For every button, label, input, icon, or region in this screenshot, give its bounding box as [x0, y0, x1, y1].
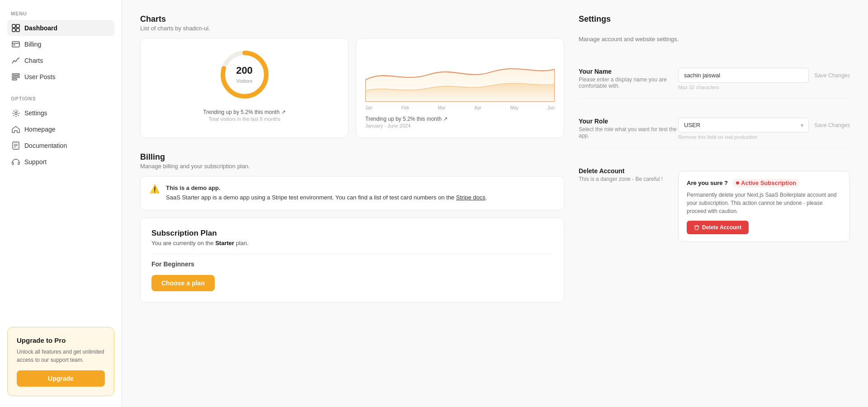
plan-name: Starter: [215, 240, 234, 246]
upgrade-title: Upgrade to Pro: [17, 336, 105, 344]
plan-desc-prefix: You are currently on the: [151, 240, 215, 246]
x-label-jan: Jan: [365, 105, 373, 110]
demo-desc: SaaS Starter app is a demo app using a S…: [166, 194, 454, 201]
sidebar-item-user-posts-label: User Posts: [24, 73, 55, 80]
settings-title: Settings: [579, 14, 850, 24]
homepage-icon: [12, 125, 20, 133]
demo-notice-text: This is a demo app. SaaS Starter app is …: [166, 184, 487, 203]
sidebar-item-settings[interactable]: Settings: [7, 105, 114, 121]
settings-subtitle: Manage account and website settings.: [579, 36, 850, 43]
radial-value: 200: [236, 65, 253, 76]
area-trend: Trending up by 5.2% this month ↗: [365, 116, 555, 122]
x-label-mar: Mar: [438, 105, 445, 110]
delete-confirm-title: Are you sure ?: [687, 180, 728, 186]
radial-center: 200 Visitors: [236, 65, 253, 85]
x-label-apr: Apr: [474, 105, 481, 110]
settings-name-save-button[interactable]: Save Changes: [814, 72, 850, 79]
subscription-desc: You are currently on the Starter plan.: [151, 240, 553, 246]
menu-label: MENU: [7, 11, 114, 16]
svg-rect-6: [14, 45, 15, 46]
settings-name-row: Your Name Please enter a display name yo…: [579, 60, 850, 99]
settings-role-row: Your Role Select the role what you want …: [579, 109, 850, 148]
sidebar: MENU Dashboard Billing: [0, 0, 122, 407]
sidebar-item-charts-label: Charts: [24, 57, 43, 64]
choose-plan-button[interactable]: Choose a plan: [151, 275, 215, 291]
svg-rect-1: [16, 24, 19, 28]
svg-rect-8: [12, 76, 19, 78]
radial-label: Visitors: [236, 78, 253, 84]
x-label-jun: Jun: [547, 105, 555, 110]
subscription-title: Subscription Plan: [151, 229, 553, 238]
charts-icon: [12, 57, 20, 65]
svg-rect-4: [12, 42, 19, 47]
charts-subtitle: List of charts by shadcn-ui.: [140, 25, 564, 32]
settings-icon: [12, 109, 20, 117]
area-chart-card: Jan Feb Mar Apr May Jun Trending up by 5…: [356, 38, 564, 138]
sidebar-item-user-posts[interactable]: User Posts: [7, 69, 114, 85]
options-label: OPTIONS: [7, 96, 114, 101]
main-nav: Dashboard Billing Charts: [7, 20, 114, 85]
sidebar-item-support-label: Support: [24, 158, 47, 166]
settings-role-input-row: USER ADMIN MODERATOR ▼ Save Changes: [678, 118, 850, 133]
upgrade-promo: Upgrade to Pro Unlock all features and g…: [7, 327, 114, 396]
settings-role-select-wrap: USER ADMIN MODERATOR ▼: [678, 118, 809, 133]
sidebar-item-billing[interactable]: Billing: [7, 36, 114, 52]
radial-chart-card: 200 Visitors Trending up by 5.2% this mo…: [140, 38, 349, 138]
x-label-may: May: [510, 105, 519, 110]
settings-delete-desc: This is a danger zone - Be careful !: [579, 176, 678, 182]
svg-rect-3: [16, 28, 19, 32]
dashboard-icon: [12, 24, 20, 32]
billing-title: Billing: [140, 152, 564, 162]
delete-account-button[interactable]: Delete Account: [687, 221, 749, 234]
settings-role-desc: Select the role what you want for test t…: [579, 126, 678, 139]
radial-trend: Trending up by 5.2% this month ↗: [203, 109, 285, 115]
svg-rect-16: [18, 162, 19, 165]
sidebar-item-charts[interactable]: Charts: [7, 52, 114, 69]
svg-rect-15: [12, 162, 14, 165]
svg-point-10: [15, 112, 17, 114]
sidebar-item-documentation-label: Documentation: [24, 142, 67, 149]
support-icon: [12, 158, 20, 166]
sidebar-item-homepage-label: Homepage: [24, 126, 56, 133]
settings-role-label: Your Role Select the role what you want …: [579, 118, 678, 139]
settings-role-save-button[interactable]: Save Changes: [814, 122, 850, 128]
sidebar-item-documentation[interactable]: Documentation: [7, 137, 114, 154]
sidebar-item-homepage[interactable]: Homepage: [7, 121, 114, 137]
delete-confirm-header: Are you sure ? Active Subscription: [687, 179, 841, 187]
area-trend-sub: January - June 2024: [365, 123, 555, 128]
settings-name-input[interactable]: [678, 68, 809, 83]
sidebar-item-support[interactable]: Support: [7, 154, 114, 170]
sidebar-item-dashboard[interactable]: Dashboard: [7, 20, 114, 36]
settings-name-label: Your Name Please enter a display name yo…: [579, 68, 678, 89]
charts-cards: 200 Visitors Trending up by 5.2% this mo…: [140, 38, 564, 138]
delete-confirm-box: Are you sure ? Active Subscription Perma…: [678, 171, 850, 242]
plan-desc-suffix: plan.: [234, 240, 249, 246]
delete-account-btn-label: Delete Account: [702, 224, 741, 231]
documentation-icon: [12, 142, 20, 150]
x-label-feb: Feb: [401, 105, 409, 110]
settings-name-input-row: Save Changes: [678, 68, 850, 83]
billing-subtitle: Manage billing and your subscription pla…: [140, 163, 564, 170]
billing-icon: [12, 40, 20, 48]
area-x-labels: Jan Feb Mar Apr May Jun: [365, 105, 555, 110]
area-chart-svg: [365, 47, 555, 102]
settings-name-heading: Your Name: [579, 68, 678, 75]
upgrade-button[interactable]: Upgrade: [17, 370, 105, 387]
stripe-docs-link[interactable]: Stripe docs: [456, 194, 486, 201]
user-posts-icon: [12, 73, 20, 81]
settings-delete-control: Are you sure ? Active Subscription Perma…: [678, 167, 850, 242]
radial-chart: 200 Visitors: [217, 47, 272, 102]
sidebar-item-billing-label: Billing: [24, 41, 41, 48]
settings-name-hint: Max 32 characters: [678, 85, 850, 90]
plan-tier: For Beginners: [151, 254, 553, 268]
settings-delete-heading: Delete Account: [579, 167, 678, 175]
upgrade-desc: Unlock all features and get unlimited ac…: [17, 348, 105, 364]
settings-role-select[interactable]: USER ADMIN MODERATOR: [678, 118, 809, 133]
warning-icon: ⚠️: [150, 184, 160, 194]
subscription-card: Subscription Plan You are currently on t…: [140, 218, 564, 303]
settings-delete-row: Delete Account This is a danger zone - B…: [579, 159, 850, 250]
sidebar-item-settings-label: Settings: [24, 109, 47, 117]
settings-role-control: USER ADMIN MODERATOR ▼ Save Changes Remo…: [678, 118, 850, 140]
svg-rect-9: [12, 79, 17, 80]
sidebar-item-dashboard-label: Dashboard: [24, 24, 57, 32]
